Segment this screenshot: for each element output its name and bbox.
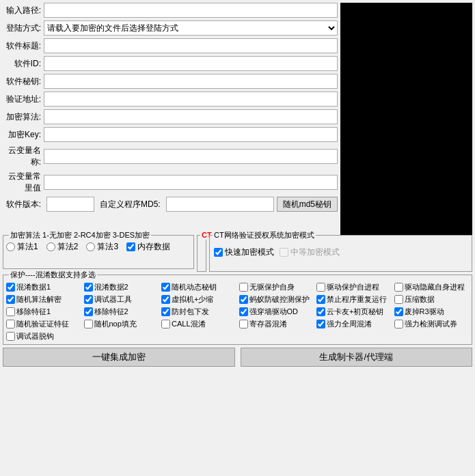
protect-item-22[interactable]: 强力全周混淆 [316,319,392,329]
protect-label-8: 虚拟机+少缩 [172,294,213,305]
protect-checkbox-22[interactable] [316,320,325,328]
cloud-var-name-field[interactable] [44,149,338,164]
protect-label-7: 调试器工具 [94,294,132,305]
software-secret-field[interactable] [44,74,338,89]
one-key-encrypt-button[interactable]: 一键集成加密 [3,348,235,367]
algo2-option[interactable]: 算法2 [46,241,79,253]
cloud-var-name-label: 云变量名称: [3,145,44,168]
protect-checkbox-6[interactable] [6,295,15,304]
protect-label-13: 移除特征2 [94,307,128,317]
protect-item-12[interactable]: 移除特征1 [6,307,81,317]
protect-item-8[interactable]: 虚拟机+少缩 [161,294,236,305]
protect-checkbox-12[interactable] [6,307,15,316]
protect-item-4[interactable]: 驱动保护自进程 [316,282,392,292]
protect-checkbox-2[interactable] [161,283,170,292]
kernel-mode-checkbox[interactable] [280,248,288,257]
protect-item-18[interactable]: 随机验证证特征 [6,319,81,329]
protect-checkbox-5[interactable] [394,283,403,292]
protect-item-5[interactable]: 驱动隐藏自身进程 [394,282,470,292]
protect-checkbox-10[interactable] [316,295,325,304]
protect-label-0: 混淆数据1 [16,282,51,292]
encrypt-key-label: 加密Key: [3,129,44,141]
protect-checkbox-11[interactable] [394,295,403,304]
protect-item-1[interactable]: 混淆数据2 [84,282,159,292]
protect-item-9[interactable]: 蚂蚁防破控测保护 [239,294,314,305]
protect-item-19[interactable]: 随机nop填充 [84,319,159,329]
software-id-field[interactable] [44,56,338,71]
protect-checkbox-3[interactable] [239,283,248,292]
protect-item-2[interactable]: 随机动态秘钥 [161,282,236,292]
protect-checkbox-15[interactable] [239,307,248,316]
verify-addr-field[interactable] [44,92,338,107]
input-path-field[interactable] [44,3,338,18]
cloud-var-value-label: 云变量常里值 [3,171,44,194]
algo3-radio[interactable] [86,242,95,251]
fast-mode-option[interactable]: 快速加密模式 [214,247,274,258]
protect-label-15: 强穿墙驱动OD [249,307,299,317]
verify-addr-label: 验证地址: [3,94,44,105]
software-title-field[interactable] [44,38,338,53]
md5-field[interactable] [166,197,274,212]
version-field[interactable] [46,197,94,212]
algo1-option[interactable]: 算法1 [6,241,38,253]
protect-item-23[interactable]: 强力检测调试券 [394,319,470,329]
protect-checkbox-18[interactable] [6,320,15,328]
protect-label-4: 驱动保护自进程 [327,282,379,292]
protect-item-17[interactable]: 废掉R3驱动 [394,307,470,317]
protect-checkbox-4[interactable] [316,283,325,292]
algo-legend: 加密算法 1-无加密 2-RC4加密 3-DES加密 [9,230,151,240]
protect-checkbox-16[interactable] [316,307,325,316]
login-method-label: 登陆方式: [3,23,44,34]
protect-label-1: 混淆数据2 [94,282,128,292]
encrypt-key-field[interactable] [44,127,338,142]
rand-md5-button[interactable]: 随机md5秘钥 [277,197,338,212]
mem-data-checkbox[interactable] [126,242,135,251]
protect-checkbox-17[interactable] [394,307,403,316]
protect-checkbox-13[interactable] [84,307,93,316]
protect-legend: 保护----混淆数据支持多选 [9,270,97,280]
protect-item-20[interactable]: CALL混淆 [161,319,236,329]
algo1-radio[interactable] [6,242,15,251]
protect-checkbox-23[interactable] [394,320,403,328]
protect-checkbox-14[interactable] [161,307,170,316]
protect-item-15[interactable]: 强穿墙驱动OD [239,307,314,317]
mem-data-label: 内存数据 [137,241,170,253]
version-label: 软件版本: [3,199,44,210]
ct-mode-legend: CT网络验证授权系统加密模式 [213,230,316,240]
protect-checkbox-20[interactable] [161,320,170,328]
login-method-select[interactable]: 请载入要加密的文件后选择登陆方式 [44,20,338,36]
protect-item-14[interactable]: 防封包下发 [161,307,236,317]
protect-label-19: 随机nop填充 [94,319,137,329]
protect-item-6[interactable]: 随机算法解密 [6,294,81,305]
kernel-mode-label: 中等加密模式 [290,247,340,258]
algo2-radio[interactable] [46,242,55,251]
protect-checkbox-8[interactable] [161,295,170,304]
protect-checkbox-24[interactable] [6,332,15,341]
protect-item-0[interactable]: 混淆数据1 [6,282,81,292]
protect-checkbox-21[interactable] [239,320,248,328]
protect-item-3[interactable]: 无驱保护自身 [239,282,314,292]
protect-checkbox-9[interactable] [239,295,248,304]
input-path-row: 输入路径: [3,3,338,18]
algo3-option[interactable]: 算法3 [86,241,118,253]
cloud-var-value-field[interactable] [44,175,338,190]
software-secret-row: 软件秘钥: [3,74,338,89]
encrypt-algo-field[interactable] [44,109,338,124]
protect-checkbox-7[interactable] [84,295,93,304]
protect-item-21[interactable]: 寄存器混淆 [239,319,314,329]
mem-data-option[interactable]: 内存数据 [126,241,170,253]
protect-checkbox-19[interactable] [84,320,93,328]
protect-checkbox-1[interactable] [84,283,93,292]
protect-item-11[interactable]: 压缩数据 [394,294,470,305]
protect-item-7[interactable]: 调试器工具 [84,294,159,305]
kernel-mode-option[interactable]: 中等加密模式 [280,247,340,258]
protect-item-10[interactable]: 禁止程序重复运行 [316,294,392,305]
protect-checkbox-0[interactable] [6,283,15,292]
fast-mode-checkbox[interactable] [214,248,223,257]
algo-row: 算法1 算法2 算法3 内存数据 [6,238,191,253]
protect-item-13[interactable]: 移除特征2 [84,307,159,317]
protect-item-24[interactable]: 调试器脱钩 [6,331,81,341]
generate-card-button[interactable]: 生成制卡器/代理端 [241,348,473,367]
input-path-label: 输入路径: [3,5,44,16]
protect-item-16[interactable]: 云卡友+初页秘钥 [316,307,392,317]
